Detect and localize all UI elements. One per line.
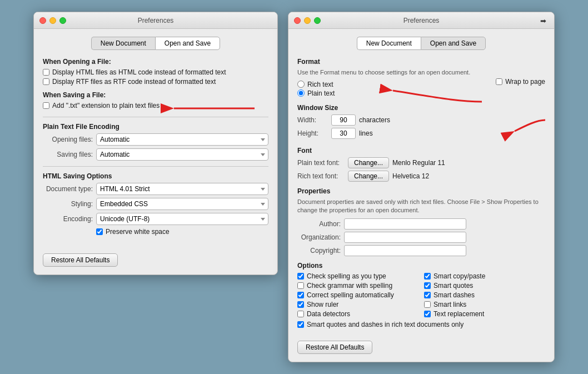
plain-font-change-button[interactable]: Change... [348,157,389,168]
styling-row: Styling: Embedded CSS [43,198,268,210]
smart-quotes-row: Smart quotes [424,282,545,290]
properties-desc: Document properties are saved only with … [297,198,545,215]
show-ruler-row: Show ruler [297,301,418,308]
wrap-to-page-checkbox[interactable] [496,78,502,85]
html-code-checkbox[interactable] [43,69,49,76]
right-zoom-button[interactable] [314,17,321,24]
left-minimize-button[interactable] [49,17,56,24]
rtf-code-label: Display RTF files as RTF code instead of… [52,78,216,86]
styling-select[interactable]: Embedded CSS [96,198,268,210]
author-label: Author: [297,220,341,228]
styling-label: Styling: [43,200,93,208]
doc-type-row: Document type: HTML 4.01 Strict [43,183,268,195]
txt-ext-label: Add ".txt" extension to plain text files [52,102,160,109]
right-tab-bar: New Document Open and Save [297,37,545,50]
spell-type-row: Check spelling as you type [297,272,418,280]
format-left: Format Use the Format menu to choose set… [297,58,490,98]
right-minimize-button[interactable] [304,17,311,24]
org-input[interactable] [344,232,466,243]
right-window: Preferences ➡ New Document Open and Save… [288,12,555,362]
smart-dashes-row: Smart dashes [424,291,545,299]
left-tab-open-save[interactable]: Open and Save [155,37,220,50]
left-tab-bar: New Document Open and Save [43,37,268,50]
left-window: Preferences New Document Open and Save W… [33,12,278,275]
correct-spell-row: Correct spelling automatically [297,291,418,299]
smart-dashes-checkbox[interactable] [424,292,431,298]
correct-spell-checkbox[interactable] [297,292,304,298]
opening-files-label: Opening files: [43,136,93,143]
smart-links-row: Smart links [424,301,545,308]
smart-links-checkbox[interactable] [424,301,431,308]
cursor-icon: ➡ [540,17,546,25]
smart-copy-label: Smart copy/paste [433,272,485,280]
copyright-input[interactable] [344,245,466,256]
org-row: Organization: [297,232,545,243]
width-input[interactable] [331,114,356,126]
show-ruler-label: Show ruler [307,301,338,308]
encoding-label: Encoding: [43,215,93,223]
opening-files-row: Opening files: Automatic [43,133,268,146]
smart-quotes-checkbox[interactable] [424,282,431,289]
saving-files-label: Saving files: [43,151,93,158]
plain-text-label-right: Plain text [307,89,335,97]
rtf-code-checkbox[interactable] [43,78,49,85]
smart-quotes-rich-checkbox[interactable] [297,321,304,328]
right-content: New Document Open and Save Format Use th… [288,29,554,362]
data-det-row: Data detectors [297,310,418,318]
plain-font-label: Plain text font: [297,159,345,167]
right-tab-open-save[interactable]: Open and Save [421,37,486,50]
preserve-ws-checkbox[interactable] [96,228,103,235]
height-row: Height: lines [297,128,545,139]
plain-font-value: Menlo Regular 11 [392,159,445,167]
window-size-label: Window Size [297,104,545,112]
text-replace-label: Text replacement [433,310,484,318]
left-restore-button[interactable]: Restore All Defaults [43,253,118,267]
format-section-wrapper: Format Use the Format menu to choose set… [297,58,545,98]
smart-quotes-label: Smart quotes [433,282,473,290]
width-label: Width: [297,116,328,124]
right-close-button[interactable] [294,17,301,24]
rich-font-change-button[interactable]: Change... [348,171,389,182]
show-ruler-checkbox[interactable] [297,301,304,308]
left-tab-new-document[interactable]: New Document [91,37,155,50]
width-row: Width: characters [297,114,545,126]
left-title: Preferences [138,17,174,24]
spell-type-label: Check spelling as you type [307,272,386,280]
left-content: New Document Open and Save When Opening … [34,29,277,275]
txt-ext-checkbox[interactable] [43,102,49,109]
grammar-checkbox[interactable] [297,282,304,289]
rich-font-value: Helvetica 12 [392,172,429,180]
opening-files-select[interactable]: Automatic [96,133,268,146]
left-close-button[interactable] [39,17,46,24]
encoding-select[interactable]: Unicode (UTF-8) [96,213,268,225]
copyright-row: Copyright: [297,245,545,256]
wrap-to-page-label: Wrap to page [505,78,545,86]
height-input[interactable] [331,128,356,139]
preserve-ws-label: Preserve white space [106,228,170,236]
when-opening-label: When Opening a File: [43,58,268,66]
preserve-ws-row: Preserve white space [96,228,268,236]
right-restore-button[interactable]: Restore All Defaults [297,341,372,354]
format-label: Format [297,58,490,66]
author-input[interactable] [344,218,466,230]
left-zoom-button[interactable] [59,17,66,24]
spell-type-checkbox[interactable] [297,273,304,280]
smart-copy-checkbox[interactable] [424,273,431,280]
width-unit: characters [359,116,390,124]
doc-type-select[interactable]: HTML 4.01 Strict [96,183,268,195]
plain-text-radio[interactable] [297,89,305,97]
txt-ext-container: Add ".txt" extension to plain text files [43,102,268,111]
plain-text-container: Plain text [297,89,490,98]
data-det-checkbox[interactable] [297,311,304,317]
rich-text-row: Rich text [297,81,490,88]
rich-text-radio[interactable] [297,81,305,88]
options-label: Options [297,262,545,270]
text-replace-checkbox[interactable] [424,311,431,317]
window-size-container: Width: characters Height: lines [297,114,545,141]
rich-font-row: Rich text font: Change... Helvetica 12 [297,171,545,182]
html-code-row: Display HTML files as HTML code instead … [43,68,268,76]
saving-files-select[interactable]: Automatic [96,148,268,161]
right-tab-new-document[interactable]: New Document [357,37,421,50]
doc-type-label: Document type: [43,185,93,193]
right-restore-container: Restore All Defaults [297,334,545,354]
